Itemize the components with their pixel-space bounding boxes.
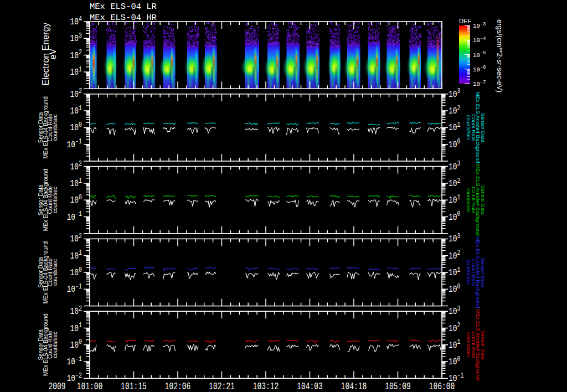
svg-text:105:09: 105:09 (385, 381, 411, 392)
svg-text:102:06: 102:06 (165, 381, 191, 392)
svg-text:counts/sec: counts/sec (52, 259, 58, 286)
svg-text:counts/sec: counts/sec (52, 187, 58, 213)
svg-text:104:03: 104:03 (297, 381, 323, 392)
svg-text:counts/sec: counts/sec (52, 114, 58, 141)
svg-text:DEF: DEF (459, 18, 471, 24)
svg-text:103:12: 103:12 (253, 381, 279, 392)
svg-text:106:00: 106:00 (429, 381, 455, 392)
svg-text:101:15: 101:15 (121, 381, 147, 392)
svg-text:counts/sec: counts/sec (466, 187, 472, 213)
svg-text:counts/sec: counts/sec (466, 332, 472, 358)
svg-text:eV: eV (48, 48, 58, 59)
svg-text:2009: 2009 (48, 381, 65, 392)
svg-text:ergs/(cm**2-sr-sec-eV): ergs/(cm**2-sr-sec-eV) (496, 19, 504, 92)
svg-text:101:00: 101:00 (77, 381, 103, 392)
svg-text:counts/sec: counts/sec (52, 332, 58, 358)
svg-text:102:21: 102:21 (209, 381, 235, 392)
svg-text:104:18: 104:18 (341, 381, 367, 392)
svg-text:MEx ELS-04 LR: MEx ELS-04 LR (90, 2, 157, 12)
svg-text:counts/sec: counts/sec (466, 115, 472, 140)
svg-text:MEx ELS-04 HR: MEx ELS-04 HR (90, 13, 157, 23)
svg-text:counts/sec: counts/sec (466, 260, 472, 285)
